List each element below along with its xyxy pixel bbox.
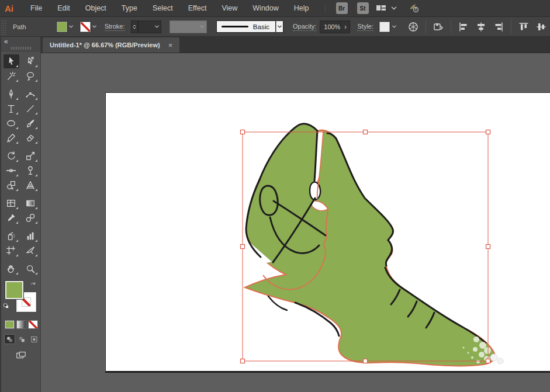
artboard-tool[interactable]: [4, 244, 19, 258]
selection-tool[interactable]: [4, 54, 19, 68]
mesh-tool-icon: [6, 198, 16, 209]
fill-indicator-swatch[interactable]: [5, 281, 23, 299]
menu-effect[interactable]: Effect: [181, 0, 215, 17]
opacity-input[interactable]: 100% ›: [320, 20, 350, 33]
selection-handle[interactable]: [486, 245, 490, 249]
mesh-tool[interactable]: [4, 196, 19, 210]
menu-type[interactable]: Type: [114, 0, 145, 17]
artwork-body[interactable]: [245, 124, 495, 366]
pasteboard[interactable]: [41, 53, 550, 392]
line-segment-tool[interactable]: [23, 102, 39, 116]
draw-inside-button[interactable]: [29, 334, 40, 344]
opacity-label[interactable]: Opacity:: [293, 23, 316, 31]
shaper-tool[interactable]: [4, 131, 19, 145]
type-tool-icon: [6, 103, 16, 114]
collapse-panel-button[interactable]: «: [4, 37, 8, 46]
recolor-artwork-button[interactable]: [407, 20, 419, 34]
color-button[interactable]: [5, 320, 15, 329]
tools-panel-grip[interactable]: [11, 47, 32, 50]
lasso-tool[interactable]: [23, 69, 39, 83]
fill-color-control[interactable]: [57, 22, 75, 32]
rotate-tool[interactable]: [4, 149, 19, 163]
hand-tool[interactable]: [4, 262, 19, 276]
shape-builder-tool[interactable]: [4, 178, 19, 192]
brush-chevron-icon[interactable]: [276, 20, 283, 33]
eyedropper-tool[interactable]: [4, 211, 19, 225]
blend-tool[interactable]: [23, 211, 39, 225]
stroke-width-stepper[interactable]: [131, 20, 138, 33]
gradient-button[interactable]: [16, 320, 26, 329]
menu-window[interactable]: Window: [245, 0, 286, 17]
zoom-tool[interactable]: [23, 262, 39, 276]
selection-handle[interactable]: [241, 359, 245, 363]
change-screen-mode-button[interactable]: [14, 350, 28, 362]
selection-handle[interactable]: [241, 245, 245, 249]
tools-grid: [1, 54, 40, 276]
draw-behind-button[interactable]: [16, 334, 27, 344]
align-horizontal-left-button[interactable]: [458, 20, 469, 34]
style-chevron-icon[interactable]: [390, 22, 398, 32]
stroke-color-control[interactable]: [80, 22, 99, 32]
selection-handle[interactable]: [486, 359, 490, 363]
selection-handle[interactable]: [241, 130, 245, 134]
stroke-none-swatch[interactable]: [80, 22, 91, 32]
selection-handle[interactable]: [364, 359, 368, 363]
magic-wand-tool[interactable]: [4, 69, 19, 83]
swap-fill-stroke-icon[interactable]: [29, 280, 38, 289]
align-vertical-center-button[interactable]: [535, 20, 547, 34]
chevron-down-icon[interactable]: [390, 2, 398, 14]
none-button[interactable]: [28, 320, 38, 329]
style-label[interactable]: Style:: [357, 23, 373, 31]
stock-button[interactable]: St: [357, 2, 369, 14]
symbol-sprayer-tool[interactable]: [4, 229, 19, 243]
menu-edit[interactable]: Edit: [50, 0, 78, 17]
style-swatch[interactable]: [379, 22, 390, 32]
stroke-chevron-icon[interactable]: [91, 22, 99, 32]
perspective-grid-tool[interactable]: [23, 178, 39, 192]
isolate-selection-button[interactable]: [433, 20, 444, 34]
document-tab[interactable]: Untitled-1* @ 66.67% (RGB/Preview) ×: [43, 37, 179, 53]
graphic-style-dropdown[interactable]: [379, 22, 398, 32]
draw-normal-button[interactable]: [4, 334, 15, 344]
slice-tool[interactable]: [23, 244, 39, 258]
selection-handle[interactable]: [364, 130, 368, 134]
stroke-width-dropdown[interactable]: [138, 20, 162, 33]
arrange-documents-icon[interactable]: [375, 2, 388, 14]
width-tool[interactable]: [4, 164, 19, 178]
control-bar-separator: [426, 20, 426, 34]
selection-handle[interactable]: [486, 130, 490, 134]
opacity-more-button[interactable]: ›: [340, 21, 350, 33]
control-bar-grip[interactable]: [1, 19, 6, 34]
zoom-tool-icon: [25, 263, 36, 274]
fill-swatch[interactable]: [57, 22, 67, 32]
type-tool[interactable]: [4, 102, 19, 116]
rotate-tool-icon: [6, 151, 16, 161]
column-graph-tool[interactable]: [23, 229, 39, 243]
bridge-button[interactable]: Br: [336, 2, 348, 14]
align-vertical-top-button[interactable]: [518, 20, 530, 34]
tab-close-icon[interactable]: ×: [168, 41, 173, 49]
puppet-warp-tool[interactable]: [23, 164, 39, 178]
menu-object[interactable]: Object: [78, 0, 114, 17]
menu-file[interactable]: File: [23, 0, 50, 17]
menu-help[interactable]: Help: [286, 0, 317, 17]
paintbrush-tool[interactable]: [23, 116, 39, 130]
gpu-performance-icon[interactable]: [407, 2, 420, 14]
stroke-label[interactable]: Stroke:: [105, 23, 125, 31]
ellipse-tool[interactable]: [4, 116, 19, 130]
default-fill-stroke-icon[interactable]: [3, 303, 11, 311]
column-graph-tool-icon: [25, 231, 36, 241]
scale-tool[interactable]: [23, 149, 39, 163]
brush-definition-dropdown[interactable]: Basic: [216, 20, 276, 33]
align-horizontal-center-button[interactable]: [475, 20, 487, 34]
gradient-tool[interactable]: [23, 196, 39, 210]
pen-tool[interactable]: [4, 87, 19, 101]
artwork-metapod[interactable]: [245, 124, 503, 366]
menu-view[interactable]: View: [214, 0, 245, 17]
menu-select[interactable]: Select: [145, 0, 181, 17]
eraser-tool[interactable]: [23, 131, 39, 145]
fill-chevron-icon[interactable]: [67, 22, 75, 32]
direct-selection-tool[interactable]: [23, 54, 39, 68]
curvature-tool[interactable]: [23, 87, 39, 101]
align-horizontal-right-button[interactable]: [493, 20, 504, 34]
